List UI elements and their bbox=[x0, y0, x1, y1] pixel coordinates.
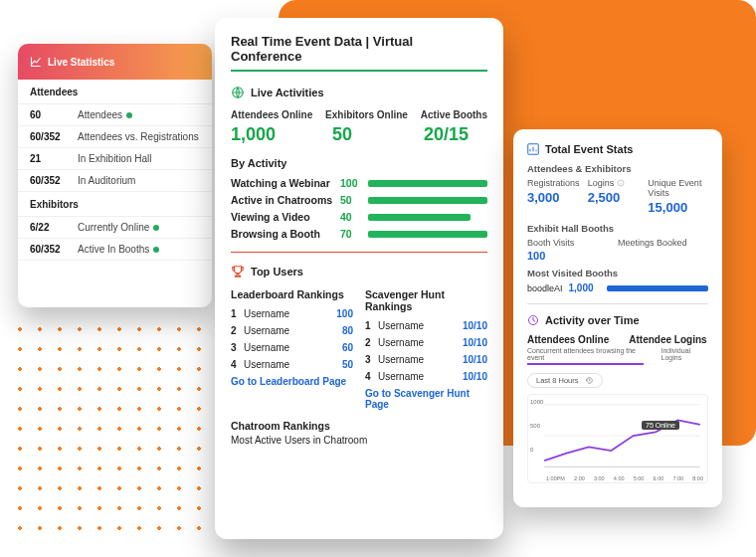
stat-label: In Auditorium bbox=[78, 175, 200, 186]
activity-value: 50 bbox=[340, 194, 368, 206]
rank-score: 10/10 bbox=[463, 320, 487, 331]
rank-user: Username bbox=[378, 371, 458, 382]
most-visited-label: Most Visited Booths bbox=[527, 268, 708, 278]
activity-row: Viewing a Video40 bbox=[231, 211, 487, 223]
stat-label: In Exhibition Hall bbox=[78, 153, 200, 164]
online-dot-icon bbox=[153, 247, 159, 253]
scavenger-column: Scavenger Hunt Rankings 1Username10/102U… bbox=[365, 288, 487, 410]
rank-row: 1Username100 bbox=[231, 308, 353, 319]
online-dot-icon bbox=[153, 225, 159, 231]
val-attendees-online: 1,000 bbox=[231, 124, 326, 145]
chatroom-rankings-sub: Most Active Users in Chatroom bbox=[231, 435, 487, 446]
bar-chart-icon bbox=[527, 143, 539, 155]
activity-row: Watching a Webinar100 bbox=[231, 177, 487, 189]
rank-number: 3 bbox=[231, 342, 239, 353]
stat-value: 60 bbox=[30, 109, 78, 120]
activity-over-time-title: Activity over Time bbox=[545, 314, 640, 326]
online-dot-icon bbox=[126, 112, 132, 118]
leaderboard-link[interactable]: Go to Leaderboard Page bbox=[231, 376, 353, 387]
stat-cell-value: 15,000 bbox=[648, 200, 708, 215]
stat-value: 60/352 bbox=[30, 175, 78, 186]
stat-cell-label: Unique Event Visits bbox=[648, 178, 708, 198]
rank-user: Username bbox=[378, 354, 458, 365]
rank-score: 10/10 bbox=[463, 337, 487, 348]
rank-score: 100 bbox=[336, 308, 353, 319]
rank-score: 50 bbox=[342, 359, 353, 370]
activity-label: Watching a Webinar bbox=[231, 177, 340, 189]
stat-value: 21 bbox=[30, 153, 78, 164]
val-active-booths: 20/15 bbox=[424, 124, 487, 145]
ae-title: Attendees & Exhibitors bbox=[527, 163, 708, 174]
by-activity-heading: By Activity bbox=[231, 157, 487, 169]
live-activities-heading: Live Activities bbox=[251, 87, 324, 98]
stat-cell: Booth Visits100 bbox=[527, 238, 618, 262]
stat-row: 21In Exhibition Hall bbox=[18, 148, 212, 170]
rank-row: 4Username10/10 bbox=[365, 371, 487, 382]
stat-cell-value: 3,000 bbox=[527, 190, 588, 205]
activity-row: Active in Chatrooms50 bbox=[231, 194, 487, 206]
stat-value: 60/352 bbox=[30, 244, 78, 255]
rank-number: 4 bbox=[231, 359, 239, 370]
rank-number: 2 bbox=[231, 325, 239, 336]
tab-attendee-logins[interactable]: Attendee Logins bbox=[629, 334, 706, 345]
rank-user: Username bbox=[378, 320, 458, 331]
activity-row: Browsing a Booth70 bbox=[231, 228, 487, 240]
rank-row: 3Username60 bbox=[231, 342, 353, 353]
activity-value: 70 bbox=[340, 228, 368, 240]
attendees-heading: Attendees bbox=[18, 80, 212, 104]
tab-sub-individual: Individual Logins bbox=[662, 347, 708, 365]
rank-row: 3Username10/10 bbox=[365, 354, 487, 365]
globe-icon bbox=[231, 86, 245, 99]
rank-number: 1 bbox=[231, 308, 239, 319]
history-icon bbox=[585, 376, 594, 385]
rank-user: Username bbox=[244, 342, 337, 353]
info-icon bbox=[617, 179, 625, 187]
stat-label: Active In Booths bbox=[78, 244, 200, 255]
most-visited-name: boodleAI bbox=[527, 283, 563, 293]
page-title: Real Time Event Data | Virtual Conferenc… bbox=[231, 34, 487, 64]
exhibit-title: Exhibit Hall Booths bbox=[527, 223, 708, 234]
tab-attendees-online[interactable]: Attendees Online bbox=[527, 334, 609, 345]
most-visited-value: 1,000 bbox=[569, 282, 601, 293]
activity-label: Viewing a Video bbox=[231, 211, 340, 223]
rank-score: 60 bbox=[342, 342, 353, 353]
clock-icon bbox=[527, 314, 539, 326]
rank-number: 4 bbox=[365, 371, 373, 382]
rank-row: 2Username80 bbox=[231, 325, 353, 336]
stat-cell-label: Registrations bbox=[527, 178, 588, 188]
col-active-booths: Active Booths bbox=[421, 109, 487, 120]
tab-sub-concurrent: Concurrent attendees browsing the event bbox=[527, 347, 644, 365]
activity-value: 100 bbox=[340, 177, 368, 189]
chart-tooltip-badge: 75 Online bbox=[642, 421, 679, 430]
live-statistics-card: Live Statistics Attendees 60Attendees60/… bbox=[18, 44, 212, 307]
stat-row: 6/22Currently Online bbox=[18, 217, 212, 239]
live-activities-section: Live Activities Attendees Online Exhibit… bbox=[231, 86, 487, 240]
total-event-stats-title: Total Event Stats bbox=[545, 143, 633, 155]
trophy-icon bbox=[231, 265, 245, 278]
stat-cell-label: Logins bbox=[588, 178, 649, 188]
stat-cell: Unique Event Visits15,000 bbox=[648, 178, 708, 215]
line-chart-icon bbox=[30, 56, 42, 68]
stat-row: 60/352Active In Booths bbox=[18, 239, 212, 261]
most-visited-bar bbox=[607, 285, 708, 291]
scavenger-link[interactable]: Go to Scavenger Hunt Page bbox=[365, 388, 487, 410]
stat-row: 60/352Attendees vs. Registrations bbox=[18, 126, 212, 148]
stat-label: Currently Online bbox=[78, 222, 200, 233]
rank-number: 2 bbox=[365, 337, 373, 348]
time-range-pill[interactable]: Last 8 Hours bbox=[527, 373, 603, 388]
rank-user: Username bbox=[378, 337, 458, 348]
col-attendees-online: Attendees Online bbox=[231, 109, 312, 120]
live-statistics-title: Live Statistics bbox=[48, 57, 114, 68]
activity-bar bbox=[368, 214, 471, 221]
live-statistics-header: Live Statistics bbox=[18, 44, 212, 80]
chart-svg bbox=[528, 395, 707, 482]
leaderboard-title: Leaderboard Rankings bbox=[231, 288, 353, 300]
time-range-label: Last 8 Hours bbox=[536, 376, 579, 385]
rank-score: 10/10 bbox=[463, 354, 487, 365]
stat-value: 60/352 bbox=[30, 131, 78, 142]
rank-user: Username bbox=[244, 325, 337, 336]
stat-cell-label: Meetings Booked bbox=[618, 238, 708, 248]
col-exhibitors-online: Exhibitors Online bbox=[325, 109, 408, 120]
total-event-stats-card: Total Event Stats Attendees & Exhibitors… bbox=[513, 129, 722, 507]
stat-label: Attendees vs. Registrations bbox=[78, 131, 200, 142]
